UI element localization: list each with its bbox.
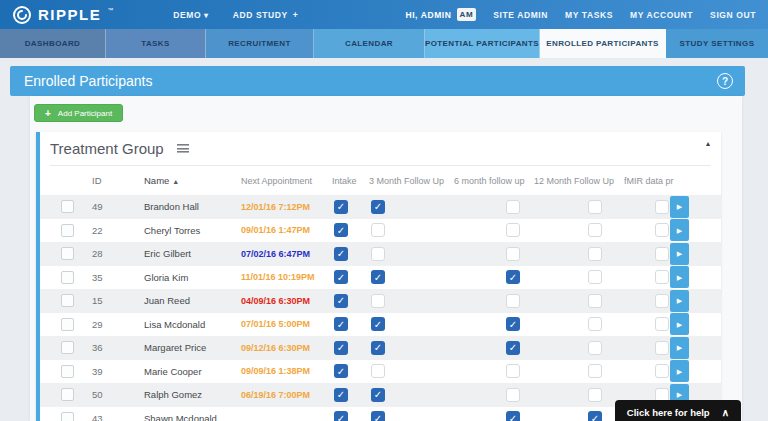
- m6-cell: [450, 247, 534, 261]
- column-header-12-month[interactable]: 12 Month Follow Up: [534, 176, 620, 186]
- open-participant-button[interactable]: ▶: [670, 337, 689, 359]
- column-header-id[interactable]: ID: [85, 175, 136, 186]
- intake-checkbox[interactable]: ✓: [334, 364, 348, 378]
- fmir-checkbox[interactable]: [655, 341, 669, 355]
- m12-checkbox[interactable]: [588, 294, 602, 308]
- m12-cell: [534, 294, 620, 308]
- avatar[interactable]: AM: [457, 8, 477, 21]
- m6-checkbox[interactable]: [506, 294, 520, 308]
- m12-checkbox[interactable]: [588, 200, 602, 214]
- fmir-checkbox[interactable]: [655, 364, 669, 378]
- m3-checkbox[interactable]: ✓: [371, 341, 385, 355]
- m6-checkbox[interactable]: [506, 388, 520, 402]
- m12-checkbox[interactable]: [588, 247, 602, 261]
- tab-enrolled-participants[interactable]: ENROLLED PARTICIPANTS: [540, 29, 666, 58]
- add-participant-button[interactable]: + Add Participant: [34, 104, 123, 122]
- fmir-checkbox[interactable]: [655, 247, 669, 261]
- brand[interactable]: RIPPLE ™: [12, 5, 113, 25]
- m3-checkbox[interactable]: ✓: [371, 317, 385, 331]
- row-select-checkbox[interactable]: [61, 388, 74, 401]
- m3-checkbox[interactable]: ✓: [371, 270, 385, 284]
- m3-checkbox[interactable]: [371, 223, 385, 237]
- m6-checkbox[interactable]: [506, 364, 520, 378]
- intake-checkbox[interactable]: ✓: [334, 341, 348, 355]
- fmir-checkbox[interactable]: [655, 317, 669, 331]
- column-header-6-month[interactable]: 6 month follow up: [450, 176, 534, 186]
- row-select-checkbox[interactable]: [61, 318, 74, 331]
- m12-cell: [534, 270, 620, 284]
- m6-checkbox[interactable]: [506, 223, 520, 237]
- fmir-checkbox[interactable]: [655, 294, 669, 308]
- row-select-checkbox[interactable]: [61, 294, 74, 307]
- tab-study-settings[interactable]: STUDY SETTINGS: [666, 29, 768, 58]
- tab-dashboard[interactable]: DASHBOARD: [0, 29, 106, 58]
- topbar-link-my-account[interactable]: MY ACCOUNT: [630, 10, 693, 20]
- row-select-checkbox[interactable]: [61, 365, 74, 378]
- column-header-intake[interactable]: Intake: [328, 176, 366, 186]
- m6-checkbox[interactable]: ✓: [506, 317, 520, 331]
- intake-checkbox[interactable]: ✓: [334, 294, 348, 308]
- m12-checkbox[interactable]: [588, 341, 602, 355]
- open-participant-button[interactable]: ▶: [670, 290, 689, 312]
- fmir-checkbox[interactable]: [655, 200, 669, 214]
- tab-potential-participants[interactable]: POTENTIAL PARTICIPANTS: [425, 29, 540, 58]
- column-header-next-appointment[interactable]: Next Appointment: [234, 176, 328, 186]
- column-header-name[interactable]: Name▲: [136, 175, 234, 186]
- topbar-link-my-tasks[interactable]: MY TASKS: [565, 10, 613, 20]
- row-select-checkbox[interactable]: [61, 412, 74, 421]
- collapse-caret-icon[interactable]: ▴: [706, 139, 710, 148]
- column-header-3-month[interactable]: 3 Month Follow Up: [366, 176, 450, 186]
- study-selector-dropdown[interactable]: DEMO▾: [173, 10, 209, 20]
- column-header-fmir[interactable]: fMIR data pr: [620, 176, 670, 186]
- intake-checkbox[interactable]: ✓: [334, 200, 348, 214]
- tab-recruitment[interactable]: RECRUITMENT: [206, 29, 314, 58]
- row-select-checkbox[interactable]: [61, 271, 74, 284]
- m3-checkbox[interactable]: [371, 294, 385, 308]
- topbar-link-site-admin[interactable]: SITE ADMIN: [493, 10, 548, 20]
- list-view-icon[interactable]: [177, 144, 189, 153]
- m6-checkbox[interactable]: ✓: [506, 341, 520, 355]
- intake-checkbox[interactable]: ✓: [334, 223, 348, 237]
- m12-checkbox[interactable]: [588, 223, 602, 237]
- intake-checkbox[interactable]: ✓: [334, 388, 348, 402]
- row-select-checkbox[interactable]: [61, 224, 74, 237]
- m12-checkbox[interactable]: [588, 270, 602, 284]
- m6-checkbox[interactable]: ✓: [506, 270, 520, 284]
- help-icon[interactable]: ?: [717, 73, 733, 89]
- m3-checkbox[interactable]: [371, 364, 385, 378]
- tab-tasks[interactable]: TASKS: [106, 29, 206, 58]
- open-participant-button[interactable]: ▶: [670, 196, 689, 218]
- open-participant-button[interactable]: ▶: [670, 266, 689, 288]
- row-select-checkbox[interactable]: [61, 200, 74, 213]
- m6-checkbox[interactable]: [506, 247, 520, 261]
- arrow-right-icon: ▶: [677, 321, 682, 328]
- tab-calendar[interactable]: CALENDAR: [314, 29, 425, 58]
- intake-checkbox[interactable]: ✓: [334, 317, 348, 331]
- m6-checkbox[interactable]: ✓: [506, 411, 520, 421]
- fmir-checkbox[interactable]: [655, 270, 669, 284]
- open-participant-button[interactable]: ▶: [670, 360, 689, 382]
- row-select-checkbox[interactable]: [61, 341, 74, 354]
- m3-checkbox[interactable]: ✓: [371, 388, 385, 402]
- open-participant-button[interactable]: ▶: [670, 313, 689, 335]
- m3-checkbox[interactable]: ✓: [371, 200, 385, 214]
- m3-checkbox[interactable]: [371, 247, 385, 261]
- intake-checkbox[interactable]: ✓: [334, 247, 348, 261]
- fmir-cell: [620, 223, 670, 237]
- topbar-link-sign-out[interactable]: SIGN OUT: [710, 10, 756, 20]
- intake-checkbox[interactable]: ✓: [334, 411, 348, 421]
- help-tooltip[interactable]: Click here for help ∧: [615, 400, 741, 421]
- m12-checkbox[interactable]: [588, 317, 602, 331]
- m3-checkbox[interactable]: ✓: [371, 411, 385, 421]
- fmir-checkbox[interactable]: [655, 223, 669, 237]
- row-select-checkbox[interactable]: [61, 247, 74, 260]
- intake-checkbox[interactable]: ✓: [334, 270, 348, 284]
- add-study-button[interactable]: ADD STUDY+: [233, 10, 299, 20]
- m12-checkbox[interactable]: [588, 364, 602, 378]
- participant-id: 39: [85, 366, 136, 377]
- m12-checkbox[interactable]: [588, 388, 602, 402]
- m12-checkbox[interactable]: ✓: [588, 411, 602, 421]
- open-participant-button[interactable]: ▶: [670, 219, 689, 241]
- open-participant-button[interactable]: ▶: [670, 243, 689, 265]
- m6-checkbox[interactable]: [506, 200, 520, 214]
